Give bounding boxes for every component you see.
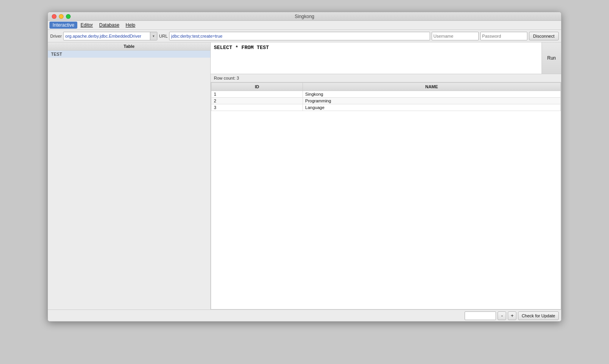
url-input[interactable] (169, 32, 430, 40)
table-row: Programming (303, 98, 560, 104)
sql-editor: Run (211, 42, 561, 74)
minus-button[interactable]: - (498, 311, 506, 320)
window-title: Singkong (295, 14, 314, 19)
menu-help[interactable]: Help (122, 22, 139, 29)
main-window: Singkong Interactive Editor Database Hel… (47, 12, 562, 322)
menu-database[interactable]: Database (96, 22, 122, 29)
table-row: 2 (212, 98, 303, 104)
table-list: TEST (48, 51, 210, 309)
table-row: Singkong (303, 91, 560, 98)
driver-dropdown-arrow[interactable]: ▾ (150, 32, 157, 40)
list-item[interactable]: TEST (48, 51, 210, 58)
run-button[interactable]: Run (542, 42, 561, 74)
plus-button[interactable]: + (508, 311, 516, 320)
window-controls (52, 14, 71, 19)
url-label: URL (159, 34, 168, 38)
minimize-button[interactable] (59, 14, 64, 19)
statusbar: ▾ - + Check for Update (48, 309, 561, 321)
row-count: Row count: 3 (211, 74, 561, 82)
right-panel: Run Row count: 3 ID NAME 1Singkong2Progr… (211, 42, 561, 309)
close-button[interactable] (52, 14, 57, 19)
sql-textarea[interactable] (211, 42, 542, 74)
menubar: Interactive Editor Database Help (48, 21, 561, 30)
status-combo-input[interactable] (465, 311, 496, 320)
disconnect-button[interactable]: Disconnect (529, 32, 559, 40)
menu-interactive[interactable]: Interactive (49, 22, 77, 29)
password-input[interactable] (480, 32, 527, 40)
driver-input[interactable] (64, 34, 150, 38)
menu-editor[interactable]: Editor (77, 22, 96, 29)
col-header-id: ID (212, 83, 303, 91)
table-row: Language (303, 104, 560, 111)
maximize-button[interactable] (66, 14, 71, 19)
connection-toolbar: Driver ▾ URL Disconnect (48, 30, 561, 42)
driver-combo[interactable]: ▾ (63, 32, 157, 40)
table-list-header: Table (48, 42, 210, 51)
col-header-name: NAME (303, 83, 560, 91)
table-row: 3 (212, 104, 303, 111)
titlebar: Singkong (48, 12, 561, 21)
left-panel: Table TEST (48, 42, 211, 309)
main-area: Table TEST Run Row count: 3 ID NA (48, 42, 561, 309)
table-row: 1 (212, 91, 303, 98)
check-update-button[interactable]: Check for Update (518, 311, 559, 320)
username-input[interactable] (432, 32, 479, 40)
results-table: ID NAME 1Singkong2Programming3Language (211, 82, 561, 309)
driver-label: Driver (50, 34, 62, 38)
status-combo[interactable]: ▾ (465, 311, 496, 320)
